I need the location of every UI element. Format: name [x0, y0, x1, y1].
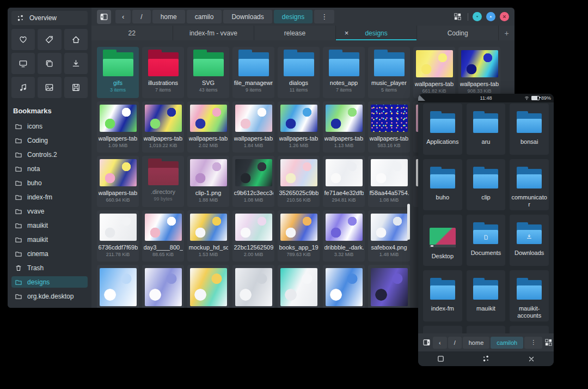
file-day3-800[interactable]: day3____800_...88.65 KiB	[142, 210, 184, 262]
new-tab-button[interactable]: +	[499, 26, 514, 40]
file-downloads[interactable]: Downloads	[510, 215, 549, 266]
file-f58aa44a5754[interactable]: f58aa44a5754...1.08 MiB	[368, 156, 410, 207]
maximize-window-button[interactable]	[437, 355, 445, 363]
bookmark-buho[interactable]: buho	[11, 177, 88, 189]
file-6736cddf7f69b[interactable]: 6736cddf7f69b...211.78 KiB	[97, 210, 139, 262]
breadcrumb-item[interactable]: /	[132, 10, 150, 23]
file-wallpapers-tab[interactable]: wallpapers-tab...1.26 MiB	[278, 101, 320, 153]
file-illustrations[interactable]: illustrations7 items	[142, 47, 184, 98]
file-wallpapers-tab[interactable]: wallpapers-tab...583.16 KB	[368, 101, 410, 153]
bookmark-nota[interactable]: nota	[11, 163, 88, 174]
file-applications[interactable]: Applications	[423, 104, 462, 155]
file-thumbnail[interactable]	[187, 265, 229, 308]
tab-22[interactable]: 22	[91, 26, 173, 40]
bookmark-index-fm[interactable]: index-fm	[11, 191, 88, 203]
file-thumbnail[interactable]	[278, 265, 320, 308]
file-fe71ae4e32dfb[interactable]: fe71ae4e32dfb...294.81 KiB	[323, 156, 365, 207]
file-books-app-19[interactable]: books_app_19...789.63 KiB	[278, 210, 320, 262]
file-mauikit-accounts[interactable]: mauikit-accounts	[510, 270, 549, 321]
file-communicator[interactable]: communicator	[510, 159, 549, 210]
file-wallpapers-tab[interactable]: wallpapers-tab...1,019.22 KiB	[142, 101, 184, 153]
breadcrumb-downloads[interactable]: Downloads	[223, 10, 272, 23]
mobile-miniature-grid-button[interactable]	[544, 337, 553, 349]
miniature-grid-button[interactable]	[451, 11, 463, 23]
file-wallpapers-tab[interactable]: wallpapers-tab...660.94 KiB	[97, 156, 139, 207]
overview-header[interactable]: Overview	[11, 11, 88, 25]
file-documents[interactable]: Documents	[467, 215, 506, 266]
overview-button[interactable]	[482, 355, 490, 363]
mobile-sidebar-toggle-button[interactable]	[422, 337, 431, 349]
quick-heart-button[interactable]	[11, 29, 35, 50]
file-safebox4-png[interactable]: safebox4.png1.48 MiB	[368, 210, 410, 262]
sidebar-toggle-button[interactable]	[97, 10, 111, 24]
quick-home-button[interactable]	[64, 29, 88, 50]
file-wallpapers-tab[interactable]: wallpapers-tab...661.82 KiB	[413, 47, 455, 98]
quick-download-button[interactable]	[64, 53, 88, 74]
quick-tag-button[interactable]	[38, 29, 61, 50]
tab-release[interactable]: release	[254, 26, 335, 40]
bookmark-cinema[interactable]: cinema	[11, 248, 88, 259]
file-thumbnail[interactable]	[323, 265, 365, 308]
file-thumbnail[interactable]	[97, 265, 139, 308]
breadcrumb-camiloh[interactable]: camiloh	[491, 337, 523, 349]
file-22bc12562509[interactable]: 22bc12562509...2.00 MiB	[232, 210, 274, 262]
file-clip[interactable]: clip	[467, 159, 506, 210]
file-index-fm[interactable]: index-fm	[423, 270, 462, 321]
file-directory[interactable]: .directory99 bytes	[142, 156, 184, 207]
breadcrumb-home[interactable]: home	[463, 337, 490, 349]
close-window-button[interactable]	[500, 12, 509, 21]
file-wallpapers-tab[interactable]: wallpapers-tab...1.09 MiB	[97, 101, 139, 153]
bookmark-designs[interactable]: designs	[11, 276, 88, 288]
close-window-button[interactable]	[528, 355, 535, 363]
file-folder[interactable]	[510, 326, 549, 333]
bookmark-vvave[interactable]: vvave	[11, 205, 88, 217]
file-gifs[interactable]: gifs3 items	[97, 47, 139, 98]
quick-save-button[interactable]	[64, 77, 88, 98]
quick-clone-button[interactable]	[38, 53, 61, 74]
bookmark-coding[interactable]: Coding	[11, 135, 88, 146]
file-folder[interactable]	[467, 326, 506, 333]
scrollbar[interactable]	[407, 204, 410, 240]
file-c9b612c3ecc3c[interactable]: c9b612c3ecc3c...1.08 MiB	[232, 156, 274, 207]
quick-music-button[interactable]	[11, 77, 35, 98]
bookmark-item[interactable]	[11, 305, 88, 308]
minimize-window-button[interactable]	[473, 12, 482, 21]
file-wallpapers-tab[interactable]: wallpapers-tab...908.33 KiB	[458, 47, 500, 98]
file-bonsai[interactable]: bonsai	[510, 104, 549, 155]
file-wallpapers-tab[interactable]: wallpapers-tab...1.13 MiB	[323, 101, 365, 153]
maximize-window-button[interactable]	[486, 12, 495, 21]
file-aru[interactable]: aru	[467, 104, 506, 155]
tab-designs[interactable]: ×designs	[336, 26, 417, 40]
back-button[interactable]: ‹	[115, 10, 131, 23]
back-button[interactable]: ‹	[433, 337, 447, 349]
file-svg[interactable]: SVG43 items	[187, 47, 229, 98]
close-tab-icon[interactable]: ×	[345, 29, 349, 37]
file-notes-app[interactable]: notes_app7 items	[323, 47, 365, 98]
file-dialogs[interactable]: dialogs11 items	[278, 47, 320, 98]
breadcrumb-home[interactable]: home	[152, 10, 185, 23]
bookmark-mauikit[interactable]: mauikit	[11, 220, 88, 231]
quick-image-button[interactable]	[38, 77, 61, 98]
breadcrumb-camilo[interactable]: camilo	[187, 10, 222, 23]
file-dribbble-dark[interactable]: dribbble_-dark...3.32 MiB	[323, 210, 365, 262]
file-mauikit[interactable]: mauikit	[467, 270, 506, 321]
bookmark-org-kde-desktop[interactable]: org.kde.desktop	[11, 290, 88, 302]
tab-coding[interactable]: Coding	[417, 26, 498, 40]
file-mockup-hd-sc[interactable]: mockup_hd_sc...1.53 MiB	[187, 210, 229, 262]
file-35265025c9bb[interactable]: 35265025c9bb...210.56 KiB	[278, 156, 320, 207]
file-thumbnail[interactable]	[368, 265, 410, 308]
quick-screen-button[interactable]	[11, 53, 35, 74]
tab-index-fm-vvave[interactable]: index-fm - vvave	[173, 26, 254, 40]
file-wallpapers-tab[interactable]: wallpapers-tab...2.02 MiB	[187, 101, 229, 153]
bookmark-mauikit[interactable]: mauikit	[11, 234, 88, 245]
file-buho[interactable]: buho	[423, 159, 462, 210]
bookmark-controls-2[interactable]: Controls.2	[11, 149, 88, 160]
more-button[interactable]: ⋮	[314, 10, 334, 23]
file-file-managewr[interactable]: file_managewr9 items	[232, 47, 274, 98]
file-wallpapers-tab[interactable]: wallpapers-tab...1.84 MiB	[232, 101, 274, 153]
file-desktop[interactable]: Desktop	[423, 215, 462, 266]
file-music-player[interactable]: music_player5 items	[368, 47, 410, 98]
bookmark-trash[interactable]: Trash	[11, 262, 88, 273]
bookmark-icons[interactable]: icons	[11, 120, 88, 132]
breadcrumb-item[interactable]: /	[448, 337, 462, 349]
